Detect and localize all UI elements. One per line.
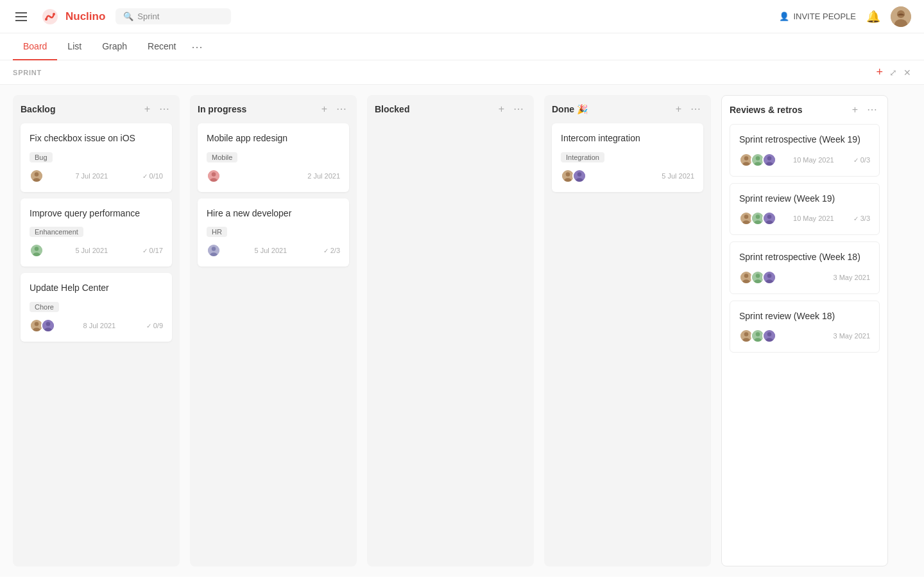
add-card-blocked-button[interactable]: + xyxy=(496,103,507,116)
card-date: 8 Jul 2021 xyxy=(83,322,116,329)
card-avatars xyxy=(30,319,53,333)
column-title-reviews: Reviews & retros xyxy=(730,105,803,115)
svg-point-55 xyxy=(767,274,772,278)
svg-point-40 xyxy=(744,215,749,219)
card-checklist: 0/9 xyxy=(146,322,163,329)
svg-point-16 xyxy=(46,322,51,326)
card-avatars xyxy=(739,270,774,285)
svg-point-58 xyxy=(744,333,749,337)
svg-point-25 xyxy=(566,172,570,177)
card-avatars xyxy=(30,169,41,183)
avatar xyxy=(762,211,776,225)
board-actions: + ⤢ ✕ xyxy=(876,66,911,79)
nav-tabs: Board List Graph Recent ⋯ xyxy=(0,33,924,60)
hamburger-menu[interactable] xyxy=(13,10,30,24)
user-avatar[interactable] xyxy=(891,6,911,27)
logo-icon xyxy=(40,6,60,27)
tab-graph[interactable]: Graph xyxy=(92,33,137,60)
card-tag: HR xyxy=(207,227,227,237)
card-title: Hire a new developer xyxy=(207,207,340,220)
tab-board[interactable]: Board xyxy=(13,33,57,60)
invite-people-button[interactable]: 👤 INVITE PEOPLE xyxy=(779,12,856,21)
card-title: Sprint review (Week 19) xyxy=(739,193,870,206)
column-menu-reviews-button[interactable]: ⋯ xyxy=(864,103,880,116)
card-avatars xyxy=(30,243,41,258)
column-header-actions-blocked: + ⋯ xyxy=(496,103,526,116)
svg-point-28 xyxy=(578,172,582,177)
column-blocked: Blocked + ⋯ xyxy=(367,95,534,566)
add-column-button[interactable]: + xyxy=(876,66,883,79)
card-tag: Bug xyxy=(30,152,53,162)
card-tag: Integration xyxy=(561,152,604,162)
column-in-progress: In progress + ⋯ Mobile app redesign Mobi… xyxy=(190,95,357,566)
card-avatars xyxy=(561,169,584,183)
board-area: SPRINT + ⤢ ✕ Backlog + ⋯ Fix checkbox is… xyxy=(0,60,924,577)
columns-container: Backlog + ⋯ Fix checkbox issue on iOS Bu… xyxy=(0,85,924,577)
column-backlog: Backlog + ⋯ Fix checkbox issue on iOS Bu… xyxy=(13,95,180,566)
svg-point-37 xyxy=(767,156,772,161)
expand-icon[interactable]: ⤢ xyxy=(889,67,897,78)
card-date: 3 May 2021 xyxy=(834,274,870,281)
avatar xyxy=(30,243,44,258)
column-title-backlog: Backlog xyxy=(21,104,55,114)
card-review-week19[interactable]: Sprint review (Week 19) 10 May 2021 xyxy=(730,183,880,236)
avatar xyxy=(572,169,586,183)
column-menu-done-button[interactable]: ⋯ xyxy=(688,103,703,116)
card-checklist: 0/10 xyxy=(142,172,163,180)
card-date: 5 Jul 2021 xyxy=(662,172,694,180)
card-avatars xyxy=(739,329,774,343)
card-improve-query[interactable]: Improve query performance Enhancement 5 … xyxy=(21,198,172,267)
card-update-help-center[interactable]: Update Help Center Chore 8 Jul 2021 0/9 xyxy=(21,273,172,342)
nav-more-button[interactable]: ⋯ xyxy=(186,36,208,58)
avatar xyxy=(41,319,55,333)
tab-list[interactable]: List xyxy=(57,33,92,60)
notifications-icon[interactable]: 🔔 xyxy=(866,10,880,24)
svg-point-61 xyxy=(756,333,760,337)
card-date: 5 Jul 2021 xyxy=(75,247,108,254)
card-tag: Chore xyxy=(30,302,59,312)
card-footer: 10 May 2021 0/3 xyxy=(739,153,870,167)
card-title: Intercom integration xyxy=(561,132,694,145)
column-menu-backlog-button[interactable]: ⋯ xyxy=(157,103,172,116)
avatar-image xyxy=(891,6,911,27)
card-hire-developer[interactable]: Hire a new developer HR 5 Jul 2021 2/3 xyxy=(198,198,349,267)
add-card-done-button[interactable]: + xyxy=(673,103,684,116)
card-footer: 3 May 2021 xyxy=(739,270,870,285)
search-bar[interactable]: 🔍 Sprint xyxy=(116,8,231,24)
avatar xyxy=(207,243,221,258)
logo[interactable]: Nuclino xyxy=(40,6,105,27)
card-retro-week19[interactable]: Sprint retrospective (Week 19) 10 Ma xyxy=(730,124,880,177)
card-mobile-app-redesign[interactable]: Mobile app redesign Mobile 2 Jul 2021 xyxy=(198,123,349,192)
card-retro-week18[interactable]: Sprint retrospective (Week 18) 3 May xyxy=(730,241,880,294)
invite-icon: 👤 xyxy=(779,12,789,21)
search-icon: 🔍 xyxy=(123,12,133,21)
column-header-reviews: Reviews & retros + ⋯ xyxy=(730,103,880,116)
card-title: Mobile app redesign xyxy=(207,132,340,145)
svg-point-1 xyxy=(45,18,47,21)
add-card-backlog-button[interactable]: + xyxy=(142,103,153,116)
header: Nuclino 🔍 Sprint 👤 INVITE PEOPLE 🔔 xyxy=(0,0,924,33)
card-title: Sprint retrospective (Week 18) xyxy=(739,251,870,264)
card-intercom-integration[interactable]: Intercom integration Integration 5 Jul 2… xyxy=(552,123,703,192)
svg-point-52 xyxy=(756,274,760,278)
add-card-reviews-button[interactable]: + xyxy=(850,103,860,116)
card-footer: 8 Jul 2021 0/9 xyxy=(30,319,163,333)
column-header-actions-done: + ⋯ xyxy=(673,103,703,116)
collapse-icon[interactable]: ✕ xyxy=(903,67,911,78)
card-fix-checkbox[interactable]: Fix checkbox issue on iOS Bug 7 Jul 2021… xyxy=(21,123,172,192)
column-header-done: Done 🎉 + ⋯ xyxy=(552,103,703,116)
avatar xyxy=(762,270,776,285)
card-checklist: 2/3 xyxy=(323,247,340,254)
column-menu-blocked-button[interactable]: ⋯ xyxy=(511,103,526,116)
column-header-actions-reviews: + ⋯ xyxy=(850,103,880,116)
add-card-in-progress-button[interactable]: + xyxy=(319,103,330,116)
column-menu-in-progress-button[interactable]: ⋯ xyxy=(334,103,349,116)
card-date: 10 May 2021 xyxy=(793,215,834,222)
card-review-week18[interactable]: Sprint review (Week 18) 3 May 2021 xyxy=(730,301,880,353)
tab-recent[interactable]: Recent xyxy=(137,33,186,60)
column-header-actions-backlog: + ⋯ xyxy=(142,103,172,116)
column-title-blocked: Blocked xyxy=(375,104,409,114)
avatar xyxy=(207,169,221,183)
svg-point-34 xyxy=(756,156,760,161)
column-header-actions-in-progress: + ⋯ xyxy=(319,103,349,116)
